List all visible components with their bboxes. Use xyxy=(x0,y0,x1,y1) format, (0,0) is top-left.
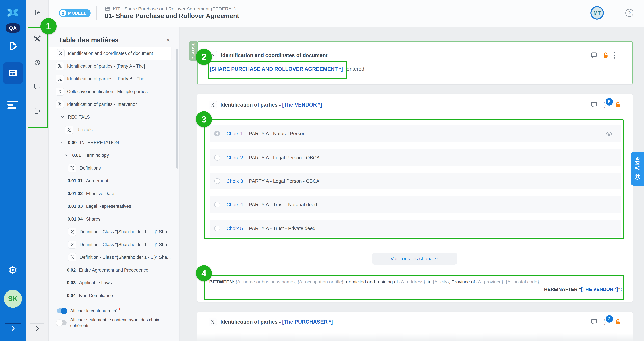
radio-button[interactable] xyxy=(214,202,220,208)
unlocked-icon[interactable] xyxy=(614,318,621,325)
tools-button[interactable] xyxy=(26,35,48,43)
variants-button[interactable]: ♘ 5 xyxy=(602,101,610,109)
highlighted-variable[interactable]: [SHARE PURCHASE AND ROLLOVER AGREEMENT *… xyxy=(210,66,343,72)
toc-item-label: Shares xyxy=(86,216,100,222)
choice-label: PARTY A - Legal Person - CBCA xyxy=(249,178,320,184)
text-segment: {A- city} xyxy=(433,279,449,284)
between-paragraph[interactable]: BETWEEN: {A- name or business name}, {A-… xyxy=(204,275,624,300)
export-icon xyxy=(33,107,41,115)
text-segment: BETWEEN: xyxy=(209,279,236,284)
red-dot-indicator: • xyxy=(119,306,120,312)
clause-title-variable[interactable]: [The PURCHASER *] xyxy=(282,319,333,325)
choice-row[interactable]: Choix 2 :PARTY A - Legal Person - QBCA xyxy=(210,150,621,166)
export-button[interactable] xyxy=(26,107,48,115)
toc-item[interactable]: 0.02Entire Agreement and Precedence xyxy=(48,264,180,276)
help-button[interactable]: ? xyxy=(626,9,634,17)
toggle-show-removed-content[interactable]: Afficher le contenu retiré • xyxy=(57,308,174,314)
toc-item-label: Terminology xyxy=(84,153,109,158)
toc-item[interactable]: 0.01Terminology xyxy=(48,149,180,162)
text-segment: {A- postal code} xyxy=(506,279,539,284)
user-avatar-mt[interactable]: MT xyxy=(590,6,604,20)
collapse-panel-button[interactable] xyxy=(26,9,48,17)
toolbar-expand-button[interactable] xyxy=(26,325,48,332)
clause-tab-label: CLAUSE xyxy=(191,42,196,60)
toc-item[interactable]: Identification of parties - [Party B - T… xyxy=(48,72,180,85)
unlocked-icon[interactable] xyxy=(602,52,609,58)
toc-item[interactable]: Identification of parties - Intervenor xyxy=(48,98,180,111)
comment-icon[interactable] xyxy=(590,318,598,326)
close-icon[interactable]: × xyxy=(166,37,170,43)
sidebar-item-editor[interactable] xyxy=(0,41,26,51)
clause-actions: ♘ 2 xyxy=(590,318,621,326)
toc-item-label: Identification of parties - [Party B - T… xyxy=(67,76,146,82)
history-button[interactable] xyxy=(26,58,48,66)
show-all-choices-button[interactable]: Voir tous les choix xyxy=(372,252,457,264)
comment-icon[interactable] xyxy=(590,101,598,108)
toc-item[interactable]: 0.01.01Agreement xyxy=(48,174,180,187)
chevron-right-icon xyxy=(9,325,16,332)
user-avatar-sk[interactable]: SK xyxy=(0,290,26,308)
comment-icon[interactable] xyxy=(590,52,598,59)
sidebar-item-settings[interactable]: ⚙ xyxy=(0,265,26,276)
clause-card-identification-document[interactable]: CLAUSE Identification and coordinates of… xyxy=(197,41,632,84)
help-aide-tab[interactable]: Aide xyxy=(631,152,644,186)
toc-item[interactable]: Definition - Class "{Shareholder 1 - ...… xyxy=(48,226,180,238)
radio-button[interactable] xyxy=(214,178,220,184)
clause-header: Identification of parties - [The PURCHAS… xyxy=(209,318,333,326)
toc-item[interactable]: Definitions xyxy=(48,162,180,174)
clause-body-text[interactable]: [SHARE PURCHASE AND ROLLOVER AGREEMENT *… xyxy=(210,66,364,72)
eye-icon[interactable] xyxy=(606,130,613,137)
toc-item[interactable]: Collective identification - Multiple par… xyxy=(48,85,180,98)
toc-item[interactable]: 0.04Non-Compliance xyxy=(48,289,180,302)
toc-item[interactable]: RECITALS xyxy=(48,111,180,124)
history-icon xyxy=(33,58,41,66)
toc-item[interactable]: Definition - Class "{Shareholder 1 - ...… xyxy=(48,251,180,264)
toc-item[interactable]: 0.01.03Legal Representatives xyxy=(48,200,180,213)
toggle-off-switch[interactable] xyxy=(57,320,66,325)
toc-item[interactable]: 0.03Applicable Laws xyxy=(48,276,180,289)
sidebar-item-list[interactable] xyxy=(0,101,26,109)
radio-button[interactable] xyxy=(214,226,220,231)
app-logo[interactable] xyxy=(0,6,26,20)
unlocked-icon[interactable] xyxy=(614,102,621,108)
aide-label: Aide xyxy=(634,157,641,170)
toc-item[interactable]: 0.01.04Shares xyxy=(48,213,180,226)
toggle-on-switch[interactable] xyxy=(57,308,66,314)
clause-card-vendor[interactable]: Identification of parties - [The VENDOR … xyxy=(197,94,632,302)
clause-icon xyxy=(209,101,217,109)
comments-button[interactable] xyxy=(26,82,48,90)
text-segment: {A- address} xyxy=(399,279,425,284)
choice-row[interactable]: Choix 4 :PARTY A - Trust - Notarial deed xyxy=(210,196,621,213)
sidebar-item-template-active[interactable] xyxy=(3,62,23,84)
sidebar-expand-button[interactable] xyxy=(0,325,26,332)
text-segment: domiciled and residing at xyxy=(346,279,400,284)
toggle-show-coherent-choices[interactable]: Afficher seulement le contenu ayant des … xyxy=(57,317,174,328)
choice-label: PARTY A - Trust - Private deed xyxy=(249,226,316,231)
toc-item[interactable]: 0.01.02Effective Date xyxy=(48,187,180,200)
choice-row[interactable]: Choix 1 :PARTY A - Natural Person xyxy=(210,125,621,142)
breadcrumb[interactable]: KIT - Share Purchase and Rollover Agreem… xyxy=(105,6,236,12)
clause-title-variable[interactable]: [The VENDOR *] xyxy=(282,102,322,108)
sidebar-divider xyxy=(4,324,21,324)
toc-item[interactable]: Identification and coordinates of docume… xyxy=(48,47,171,60)
clause-actions xyxy=(590,52,615,59)
toc-item[interactable]: Definition - Class "{Shareholder 1 - ...… xyxy=(48,238,180,251)
toc-item[interactable]: Recitals xyxy=(48,124,180,136)
hereinafter-line: HEREINAFTER "[THE VENDOR *]"; xyxy=(209,286,622,293)
variants-button[interactable]: ♘ 2 xyxy=(602,318,610,326)
toc-item-number: 0.01.03 xyxy=(68,204,83,209)
badge-document-icon xyxy=(60,10,66,16)
clause-title: Identification of parties - xyxy=(220,319,282,325)
x-logo-icon xyxy=(6,6,20,20)
toc-item[interactable]: Identification of parties - [Party A - T… xyxy=(48,60,180,72)
radio-button[interactable] xyxy=(214,131,220,136)
choice-row[interactable]: Choix 3 :PARTY A - Legal Person - CBCA xyxy=(210,173,621,189)
document-toolbar xyxy=(26,0,49,341)
radio-button[interactable] xyxy=(214,155,220,160)
toc-item[interactable]: 0.00INTERPRETATION xyxy=(48,136,180,149)
more-options-icon[interactable] xyxy=(614,52,615,58)
toc-item-label: Identification of parties - Intervenor xyxy=(67,102,137,107)
clause-icon xyxy=(68,164,76,172)
toc-scrollbar[interactable] xyxy=(176,49,178,168)
choice-row[interactable]: Choix 5 :PARTY A - Trust - Private deed xyxy=(210,220,621,237)
